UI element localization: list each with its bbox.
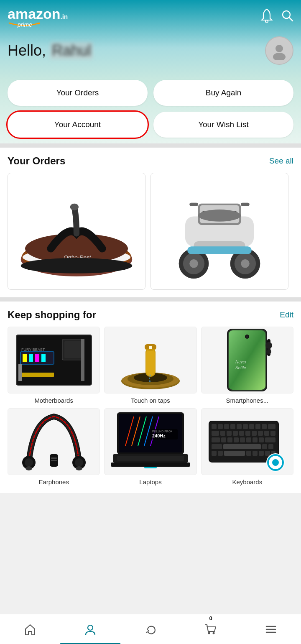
order-item-1[interactable] <box>150 173 288 290</box>
svg-rect-18 <box>189 202 198 206</box>
svg-rect-95 <box>255 424 260 429</box>
svg-rect-106 <box>264 431 269 436</box>
order-item-0[interactable]: Ortho-Rest <box>8 173 145 290</box>
svg-rect-84 <box>111 463 190 467</box>
header-top: amazon .in prime <box>8 0 293 32</box>
svg-rect-54 <box>229 330 265 390</box>
svg-rect-92 <box>237 424 242 429</box>
earphones-label: Earphones <box>38 478 69 486</box>
svg-rect-35 <box>41 354 46 362</box>
svg-rect-121 <box>212 451 217 456</box>
smartphones-image: Never Settle <box>201 327 293 394</box>
greeting-row: Hello, Rahul <box>8 36 293 65</box>
keyboards-label: Keyboards <box>232 478 262 486</box>
nav-home[interactable] <box>0 614 60 644</box>
orders-title: Your Orders <box>8 155 65 167</box>
nav-menu[interactable] <box>241 614 301 644</box>
avatar[interactable] <box>265 36 293 65</box>
keep-shopping-section: Keep shopping for Edit FURY BEAST <box>0 302 301 493</box>
buy-again-button[interactable]: Buy Again <box>153 80 293 106</box>
shopping-item-laptops[interactable]: FULLHD PRO+ 240Hz Laptops <box>104 408 196 486</box>
nav-account[interactable] <box>60 614 120 644</box>
svg-point-67 <box>76 466 82 470</box>
svg-rect-98 <box>212 431 219 436</box>
keep-shopping-header: Keep shopping for Edit <box>8 309 293 321</box>
shopping-item-earphones[interactable]: Earphones <box>8 408 100 486</box>
search-icon[interactable] <box>281 9 293 25</box>
your-account-button[interactable]: Your Account <box>8 112 148 138</box>
earphones-image <box>8 408 100 475</box>
svg-marker-0 <box>38 22 40 25</box>
greeting-hello: Hello, <box>8 42 46 59</box>
svg-rect-111 <box>234 437 239 442</box>
svg-text:240Hz: 240Hz <box>152 433 166 438</box>
svg-line-3 <box>289 18 293 21</box>
svg-rect-115 <box>259 437 264 442</box>
svg-text:FURY BEAST: FURY BEAST <box>21 348 45 352</box>
svg-rect-88 <box>212 424 217 429</box>
cart-icon <box>204 623 217 636</box>
svg-point-12 <box>21 258 133 273</box>
svg-rect-39 <box>64 341 81 358</box>
amazon-logo[interactable]: amazon .in prime <box>8 6 68 28</box>
keep-shopping-title: Keep shopping for <box>8 309 96 321</box>
notification-icon[interactable] <box>260 8 273 26</box>
orders-section-header: Your Orders See all <box>8 155 293 167</box>
svg-rect-28 <box>187 246 252 254</box>
keyboards-image <box>201 408 293 475</box>
svg-rect-100 <box>227 431 232 436</box>
svg-rect-123 <box>224 451 245 456</box>
keep-shopping-edit-link[interactable]: Edit <box>280 310 293 319</box>
home-icon <box>24 623 36 636</box>
account-icon <box>84 623 97 636</box>
svg-rect-90 <box>224 424 229 429</box>
svg-point-60 <box>265 342 272 349</box>
svg-rect-96 <box>262 424 267 429</box>
shopping-item-keyboards[interactable]: Keyboards <box>201 408 293 486</box>
shopping-item-smartphones[interactable]: Never Settle Smartphones... <box>201 327 293 404</box>
svg-rect-117 <box>212 444 222 449</box>
svg-rect-37 <box>20 373 54 377</box>
header: amazon .in prime <box>0 0 301 80</box>
svg-rect-122 <box>218 451 223 456</box>
shopping-item-taps[interactable]: Touch on taps <box>104 327 196 404</box>
svg-point-23 <box>189 259 198 268</box>
orders-see-all-link[interactable]: See all <box>269 156 293 166</box>
svg-rect-112 <box>240 437 245 442</box>
svg-rect-120 <box>268 444 273 449</box>
svg-rect-108 <box>212 437 220 442</box>
bottom-nav: 0 <box>0 614 301 644</box>
svg-rect-105 <box>258 431 263 436</box>
svg-rect-114 <box>253 437 258 442</box>
svg-rect-119 <box>262 444 267 449</box>
your-orders-button[interactable]: Your Orders <box>8 80 148 106</box>
taps-label: Touch on taps <box>131 397 170 404</box>
svg-point-26 <box>241 259 250 268</box>
svg-point-61 <box>266 349 271 354</box>
svg-rect-94 <box>249 424 254 429</box>
laptops-label: Laptops <box>139 478 161 486</box>
orders-list: Ortho-Rest <box>8 173 293 297</box>
svg-point-27 <box>198 210 241 222</box>
prime-label: prime <box>18 20 32 28</box>
section-divider-2 <box>0 297 301 302</box>
shopping-item-motherboards[interactable]: FURY BEAST Motherboards <box>8 327 100 404</box>
svg-text:Settle: Settle <box>235 365 246 370</box>
shopping-grid: FURY BEAST Motherboards <box>8 327 293 486</box>
svg-rect-116 <box>265 437 275 442</box>
svg-rect-109 <box>221 437 226 442</box>
svg-rect-47 <box>146 348 155 376</box>
menu-icon <box>265 623 277 636</box>
svg-point-10 <box>70 203 79 210</box>
svg-rect-91 <box>230 424 235 429</box>
cart-badge: 0 <box>209 615 212 621</box>
nav-cart[interactable]: 0 <box>181 614 241 644</box>
svg-point-132 <box>88 625 93 630</box>
svg-point-131 <box>272 459 279 466</box>
svg-point-56 <box>246 335 248 338</box>
svg-rect-127 <box>265 451 270 456</box>
svg-rect-89 <box>218 424 223 429</box>
nav-returns[interactable] <box>120 614 181 644</box>
returns-icon <box>144 623 157 636</box>
your-wish-list-button[interactable]: Your Wish List <box>153 112 293 138</box>
